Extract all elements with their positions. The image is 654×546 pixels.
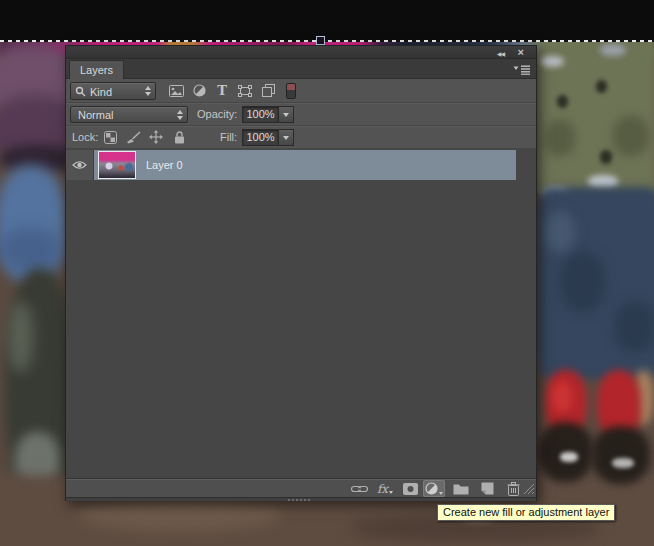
layer-visibility-toggle[interactable]	[66, 150, 94, 180]
folder-icon	[453, 483, 469, 495]
photo-blob	[540, 56, 564, 67]
resize-grip-icon	[523, 483, 535, 495]
layers-panel: ◀◀ × Layers Kind	[65, 45, 537, 501]
adjustment-layer-icon	[425, 482, 438, 495]
filter-kind-select[interactable]: Kind	[70, 82, 156, 100]
lock-label: Lock:	[72, 129, 98, 146]
tooltip: Create new fill or adjustment layer	[437, 504, 615, 521]
photo-blob	[557, 95, 568, 108]
opacity-label: Opacity:	[197, 106, 237, 123]
layer-thumbnail[interactable]	[98, 151, 136, 179]
arrow-down	[389, 491, 393, 494]
smart-objects-icon	[262, 84, 275, 97]
filter-smart-objects-button[interactable]	[258, 82, 278, 100]
photo-blob	[8, 302, 33, 372]
add-layer-style-button[interactable]: fx	[374, 480, 396, 497]
photo-blob	[545, 120, 575, 156]
arrow-up	[177, 110, 183, 114]
photo-blob	[0, 228, 60, 270]
new-layer-icon	[481, 482, 494, 495]
tab-layers[interactable]: Layers	[69, 60, 124, 79]
fill-field[interactable]: 100%	[242, 129, 279, 146]
filter-toggle-switch[interactable]	[284, 82, 298, 100]
photo-blob	[80, 500, 280, 530]
arrow-down	[177, 116, 183, 120]
move-icon	[149, 130, 163, 144]
arrow-down	[439, 492, 443, 495]
link-icon	[351, 485, 368, 493]
panel-titlebar: ◀◀ ×	[66, 46, 536, 59]
arrow-down	[283, 113, 289, 117]
panel-resize-grip[interactable]	[522, 480, 536, 497]
panel-menu-icon[interactable]	[513, 64, 531, 75]
new-group-button[interactable]	[450, 480, 472, 497]
lock-row: Lock:	[66, 126, 536, 149]
arrow-up	[145, 86, 151, 90]
filter-switch-icon	[286, 83, 296, 99]
type-layers-icon: T	[217, 84, 227, 97]
search-icon	[75, 86, 86, 97]
shape-layers-icon	[238, 85, 252, 97]
blend-mode-value: Normal	[78, 107, 113, 123]
filter-row: Kind T	[66, 79, 536, 103]
filter-shape-layers-button[interactable]	[235, 82, 255, 100]
photo-blob	[615, 302, 654, 352]
fx-icon: fx	[377, 483, 388, 495]
delete-layer-button[interactable]	[502, 480, 524, 497]
combo-arrows-icon	[145, 86, 151, 96]
layer-row-body[interactable]: Layer 0	[94, 150, 516, 180]
fill-label: Fill:	[220, 129, 237, 146]
transform-handle[interactable]	[316, 36, 325, 45]
blend-mode-row: Normal Opacity: 100%	[66, 103, 536, 126]
layer-thumbnail-image	[99, 152, 135, 178]
layers-list: Layer 0	[66, 149, 536, 478]
photo-blob	[612, 458, 634, 468]
pixel-layers-icon	[169, 85, 184, 97]
layer-row[interactable]: Layer 0	[66, 150, 536, 180]
photo-blob	[552, 382, 572, 412]
photo-blob	[600, 44, 626, 56]
photo-blob	[600, 150, 612, 164]
filter-adjustment-layers-button[interactable]	[189, 82, 209, 100]
filter-kind-label: Kind	[90, 84, 112, 100]
photo-blob	[613, 116, 649, 156]
new-layer-button[interactable]	[476, 480, 498, 497]
layer-name[interactable]: Layer 0	[146, 159, 183, 171]
add-layer-mask-button[interactable]	[399, 480, 421, 497]
layer-mask-icon	[403, 483, 418, 495]
lock-transparency-icon	[104, 131, 117, 144]
filter-pixel-layers-button[interactable]	[166, 82, 186, 100]
lock-transparent-pixels-button[interactable]	[100, 128, 120, 146]
panel-tabbar: Layers	[66, 59, 536, 79]
padlock-icon	[174, 131, 185, 144]
lock-position-button[interactable]	[146, 128, 166, 146]
photo-blob	[560, 252, 605, 312]
photo-blob	[545, 212, 575, 252]
lock-image-pixels-button[interactable]	[123, 128, 143, 146]
adjustment-layers-icon	[193, 84, 206, 97]
photo-blob	[560, 452, 578, 462]
filter-type-layers-button[interactable]: T	[212, 82, 232, 100]
panel-bottom-toolbar: fx	[66, 478, 536, 497]
new-fill-adjustment-layer-button[interactable]	[423, 480, 445, 497]
selection-marching-ants	[0, 40, 654, 42]
close-panel-icon[interactable]: ×	[518, 47, 524, 58]
workspace-top-bar	[0, 0, 654, 40]
panel-drag-dots[interactable]	[288, 499, 312, 501]
opacity-field[interactable]: 100%	[242, 106, 279, 123]
link-layers-button[interactable]	[348, 480, 370, 497]
trash-icon	[507, 482, 520, 496]
photo-blob	[592, 426, 650, 484]
lock-all-button[interactable]	[169, 128, 189, 146]
arrow-down	[283, 136, 289, 140]
arrow-down	[145, 92, 151, 96]
photoshop-workspace: ◀◀ × Layers Kind	[0, 0, 654, 546]
blend-mode-select[interactable]: Normal	[70, 106, 188, 123]
brush-icon	[126, 131, 141, 144]
panel-bottom-strip	[66, 497, 536, 501]
photo-blob	[596, 80, 607, 93]
eye-icon	[72, 160, 87, 170]
opacity-dropdown-button[interactable]	[279, 106, 294, 123]
combo-arrows-icon	[177, 110, 183, 120]
fill-dropdown-button[interactable]	[279, 129, 294, 146]
